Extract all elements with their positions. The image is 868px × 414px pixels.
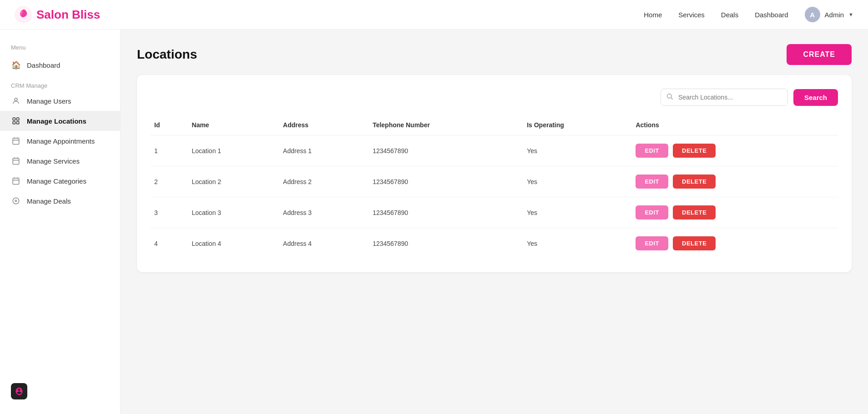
svg-point-1 (15, 98, 17, 101)
delete-button[interactable]: DELETE (673, 236, 716, 250)
sidebar-item-manage-services[interactable]: Manage Services (0, 151, 120, 171)
sidebar-item-manage-deals[interactable]: Manage Deals (0, 191, 120, 211)
create-button[interactable]: CREATE (787, 44, 852, 65)
main-content: Locations CREATE Search Id Nam (121, 30, 868, 414)
cell-actions: EDIT DELETE (632, 197, 838, 228)
sidebar-item-manage-users[interactable]: Manage Users (0, 91, 120, 111)
cell-name: Location 4 (188, 228, 280, 259)
table-row: 2 Location 2 Address 2 1234567890 Yes ED… (151, 166, 838, 197)
cell-id: 4 (151, 228, 188, 259)
table-card: Search Id Name Address Telephone Number … (137, 75, 852, 272)
cell-telephone: 1234567890 (369, 135, 523, 166)
main-nav: Home Services Deals Dashboard A Admin ▼ (644, 7, 853, 22)
edit-button[interactable]: EDIT (636, 175, 668, 189)
sidebar-item-label: Manage Categories (27, 177, 86, 185)
menu-label: Menu (0, 40, 120, 55)
cell-actions: EDIT DELETE (632, 228, 838, 259)
svg-line-22 (671, 98, 673, 100)
col-actions: Actions (632, 117, 838, 135)
cell-operating: Yes (523, 166, 632, 197)
cell-telephone: 1234567890 (369, 228, 523, 259)
svg-point-21 (667, 94, 671, 98)
col-name: Name (188, 117, 280, 135)
svg-rect-5 (17, 122, 19, 124)
sidebar-item-label: Manage Deals (27, 197, 71, 205)
layout: Menu 🏠 Dashboard CRM Manage Manage Users… (0, 0, 868, 414)
edit-button[interactable]: EDIT (636, 144, 668, 158)
sidebar-item-label: Manage Locations (27, 117, 86, 125)
sidebar: Menu 🏠 Dashboard CRM Manage Manage Users… (0, 30, 121, 414)
search-icon (666, 93, 673, 102)
cell-id: 3 (151, 197, 188, 228)
nav-deals[interactable]: Deals (721, 11, 738, 19)
logo-icon (15, 6, 32, 23)
sidebar-item-manage-locations[interactable]: Manage Locations (0, 111, 120, 131)
cell-address: Address 4 (279, 228, 369, 259)
col-address: Address (279, 117, 369, 135)
locations-table: Id Name Address Telephone Number Is Oper… (151, 117, 838, 259)
cell-telephone: 1234567890 (369, 166, 523, 197)
cell-name: Location 2 (188, 166, 280, 197)
sidebar-item-label: Manage Appointments (27, 137, 95, 145)
svg-rect-4 (13, 122, 15, 124)
edit-button[interactable]: EDIT (636, 236, 668, 250)
cell-address: Address 2 (279, 166, 369, 197)
col-id: Id (151, 117, 188, 135)
table-row: 1 Location 1 Address 1 1234567890 Yes ED… (151, 135, 838, 166)
page-title: Locations (137, 47, 197, 62)
sidebar-item-manage-appointments[interactable]: Manage Appointments (0, 131, 120, 151)
col-telephone: Telephone Number (369, 117, 523, 135)
delete-button[interactable]: DELETE (673, 205, 716, 219)
sidebar-item-label: Manage Services (27, 157, 80, 165)
header: Salon Bliss Home Services Deals Dashboar… (0, 0, 868, 30)
nav-home[interactable]: Home (644, 11, 662, 19)
table-row: 3 Location 3 Address 3 1234567890 Yes ED… (151, 197, 838, 228)
sidebar-item-manage-categories[interactable]: Manage Categories (0, 171, 120, 191)
search-row: Search (151, 89, 838, 106)
svg-rect-3 (17, 118, 19, 120)
categories-icon (11, 177, 21, 185)
sidebar-bottom (0, 378, 120, 405)
page-header-row: Locations CREATE (137, 44, 852, 65)
logo-text: Salon Bliss (36, 8, 100, 22)
admin-name: Admin (825, 11, 844, 19)
services-icon (11, 157, 21, 165)
sidebar-bottom-icon (11, 383, 27, 399)
sidebar-item-label: Manage Users (27, 97, 71, 105)
cell-name: Location 1 (188, 135, 280, 166)
edit-button[interactable]: EDIT (636, 205, 668, 219)
cell-actions: EDIT DELETE (632, 166, 838, 197)
logo-area[interactable]: Salon Bliss (15, 6, 100, 23)
delete-button[interactable]: DELETE (673, 144, 716, 158)
admin-avatar: A (805, 7, 820, 22)
cell-address: Address 1 (279, 135, 369, 166)
search-input-wrap (661, 89, 788, 106)
nav-dashboard[interactable]: Dashboard (755, 11, 788, 19)
chevron-down-icon: ▼ (848, 12, 853, 17)
delete-button[interactable]: DELETE (673, 175, 716, 189)
locations-icon (11, 117, 21, 125)
admin-menu[interactable]: A Admin ▼ (805, 7, 853, 22)
nav-services[interactable]: Services (678, 11, 705, 19)
sidebar-item-label: Dashboard (27, 61, 60, 69)
table-header-row: Id Name Address Telephone Number Is Oper… (151, 117, 838, 135)
search-button[interactable]: Search (793, 89, 838, 106)
svg-rect-2 (13, 118, 15, 120)
svg-rect-14 (13, 178, 19, 185)
cell-actions: EDIT DELETE (632, 135, 838, 166)
crm-manage-label: CRM Manage (0, 76, 120, 91)
cell-operating: Yes (523, 197, 632, 228)
dashboard-icon: 🏠 (11, 60, 21, 70)
search-input[interactable] (661, 89, 788, 106)
users-icon (11, 97, 21, 105)
sidebar-item-dashboard[interactable]: 🏠 Dashboard (0, 55, 120, 76)
cell-telephone: 1234567890 (369, 197, 523, 228)
cell-operating: Yes (523, 135, 632, 166)
cell-operating: Yes (523, 228, 632, 259)
cell-id: 1 (151, 135, 188, 166)
table-row: 4 Location 4 Address 4 1234567890 Yes ED… (151, 228, 838, 259)
col-operating: Is Operating (523, 117, 632, 135)
cell-id: 2 (151, 166, 188, 197)
svg-rect-10 (13, 158, 19, 165)
svg-rect-6 (13, 138, 19, 145)
